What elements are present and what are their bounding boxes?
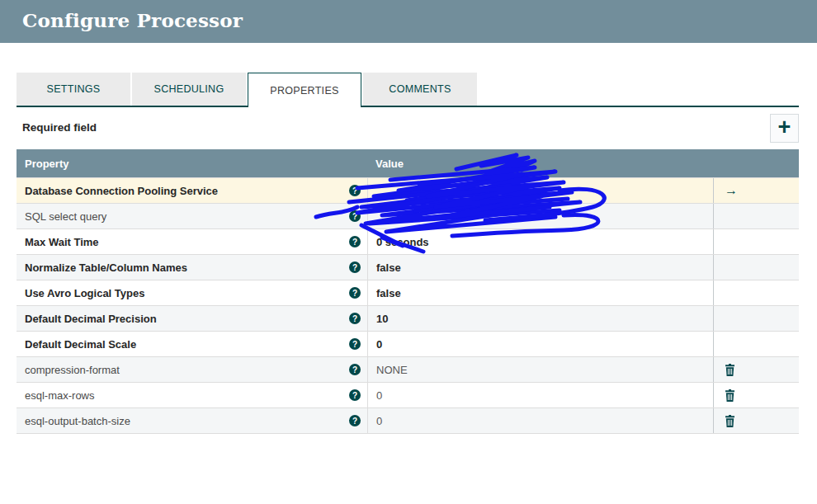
table-row[interactable]: compression-format ? NONE [17,356,799,382]
help-icon[interactable]: ? [349,261,361,273]
property-value[interactable]: false [367,280,713,305]
property-value[interactable] [367,204,713,228]
plus-icon: + [778,116,791,139]
table-row[interactable]: Database Connection Pooling Service ? → [17,177,799,203]
go-to-service-icon[interactable]: → [725,184,738,197]
property-value[interactable]: NONE [367,357,713,382]
table-row[interactable]: Use Avro Logical Types ? false [17,280,799,305]
property-value[interactable]: 0 [367,408,713,433]
property-name: esql-output-batch-size [25,415,130,427]
table-row[interactable]: Max Wait Time ? 0 seconds [17,228,799,254]
property-value[interactable] [367,178,713,203]
property-name: Max Wait Time [25,236,99,248]
property-name: Normalize Table/Column Names [25,261,187,274]
help-icon[interactable]: ? [349,338,361,350]
required-field-label: Required field [22,121,97,134]
tab-scheduling[interactable]: SCHEDULING [132,73,246,106]
property-value[interactable]: 10 [367,306,713,331]
help-icon[interactable]: ? [349,415,361,426]
tab-settings[interactable]: SETTINGS [17,73,130,106]
column-header-property: Property [17,158,367,170]
add-property-button[interactable]: + [770,114,799,143]
delete-property-icon[interactable] [725,364,735,376]
help-icon[interactable]: ? [349,364,361,375]
table-row[interactable]: Default Decimal Scale ? 0 [17,331,799,356]
property-value[interactable]: false [367,255,713,280]
trash-icon [725,364,735,376]
help-icon[interactable]: ? [349,210,361,222]
property-value[interactable]: 0 [367,383,713,407]
property-name: compression-format [25,364,120,376]
table-row[interactable]: Default Decimal Precision ? 10 [17,305,799,331]
delete-property-icon[interactable] [725,389,735,402]
property-name: Default Decimal Scale [25,338,136,351]
dialog-title: Configure Processor [22,9,243,31]
table-row[interactable]: Normalize Table/Column Names ? false [17,254,799,280]
property-name: esql-max-rows [25,389,95,402]
properties-table: Property Value Database Connection Pooli… [17,149,799,434]
configure-processor-dialog: Configure Processor SETTINGS SCHEDULING … [0,0,817,504]
tab-properties[interactable]: PROPERTIES [248,73,361,107]
table-header-row: Property Value [17,149,799,177]
delete-property-icon[interactable] [725,415,735,427]
dialog-header: Configure Processor [0,0,817,43]
tab-bar: SETTINGS SCHEDULING PROPERTIES COMMENTS [17,73,799,107]
help-icon[interactable]: ? [349,185,361,196]
table-toolbar: Required field + [17,114,799,143]
property-value[interactable]: 0 [367,332,713,356]
help-icon[interactable]: ? [349,287,361,299]
trash-icon [725,389,735,402]
help-icon[interactable]: ? [349,389,361,401]
table-row[interactable]: esql-output-batch-size ? 0 [17,407,799,433]
property-name: Use Avro Logical Types [25,287,144,299]
trash-icon [725,415,735,427]
table-row[interactable]: esql-max-rows ? 0 [17,382,799,407]
property-value[interactable]: 0 seconds [367,229,713,254]
help-icon[interactable]: ? [349,313,361,324]
property-name: Default Decimal Precision [25,313,157,325]
column-header-value: Value [367,158,713,170]
table-row[interactable]: SQL select query ? [17,203,799,228]
tab-comments[interactable]: COMMENTS [363,73,477,106]
help-icon[interactable]: ? [349,236,361,247]
property-name: SQL select query [25,210,106,223]
property-name: Database Connection Pooling Service [25,185,218,197]
